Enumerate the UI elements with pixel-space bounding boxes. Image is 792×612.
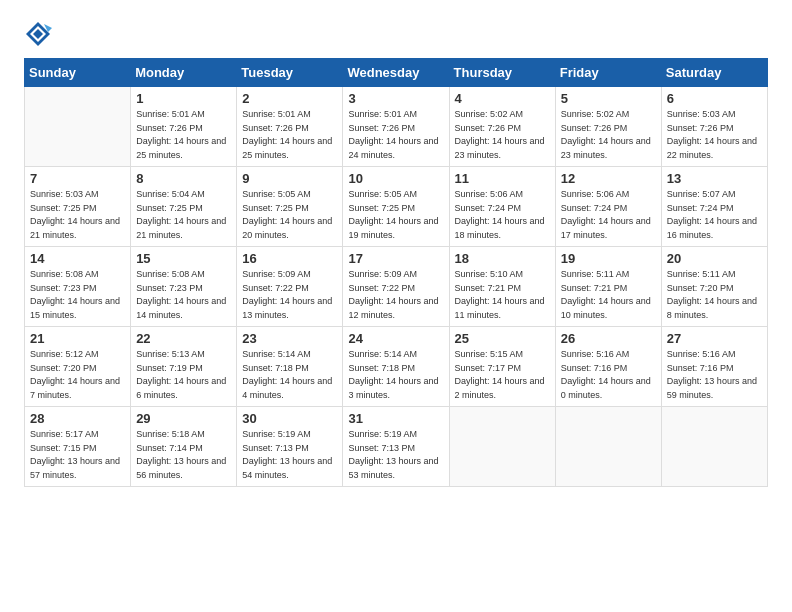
calendar-cell	[25, 87, 131, 167]
calendar-cell: 25Sunrise: 5:15 AMSunset: 7:17 PMDayligh…	[449, 327, 555, 407]
day-info: Sunrise: 5:05 AMSunset: 7:25 PMDaylight:…	[348, 188, 443, 242]
calendar-cell: 4Sunrise: 5:02 AMSunset: 7:26 PMDaylight…	[449, 87, 555, 167]
day-info: Sunrise: 5:04 AMSunset: 7:25 PMDaylight:…	[136, 188, 231, 242]
day-number: 8	[136, 171, 231, 186]
calendar-cell: 15Sunrise: 5:08 AMSunset: 7:23 PMDayligh…	[131, 247, 237, 327]
calendar-cell: 6Sunrise: 5:03 AMSunset: 7:26 PMDaylight…	[661, 87, 767, 167]
calendar-cell: 24Sunrise: 5:14 AMSunset: 7:18 PMDayligh…	[343, 327, 449, 407]
calendar-cell	[555, 407, 661, 487]
calendar-cell: 12Sunrise: 5:06 AMSunset: 7:24 PMDayligh…	[555, 167, 661, 247]
day-info: Sunrise: 5:18 AMSunset: 7:14 PMDaylight:…	[136, 428, 231, 482]
day-info: Sunrise: 5:01 AMSunset: 7:26 PMDaylight:…	[242, 108, 337, 162]
calendar-cell: 1Sunrise: 5:01 AMSunset: 7:26 PMDaylight…	[131, 87, 237, 167]
day-info: Sunrise: 5:13 AMSunset: 7:19 PMDaylight:…	[136, 348, 231, 402]
calendar-cell: 21Sunrise: 5:12 AMSunset: 7:20 PMDayligh…	[25, 327, 131, 407]
day-info: Sunrise: 5:09 AMSunset: 7:22 PMDaylight:…	[348, 268, 443, 322]
day-number: 25	[455, 331, 550, 346]
calendar-cell: 10Sunrise: 5:05 AMSunset: 7:25 PMDayligh…	[343, 167, 449, 247]
calendar-cell: 2Sunrise: 5:01 AMSunset: 7:26 PMDaylight…	[237, 87, 343, 167]
page: SundayMondayTuesdayWednesdayThursdayFrid…	[0, 0, 792, 503]
day-number: 30	[242, 411, 337, 426]
day-number: 20	[667, 251, 762, 266]
day-number: 3	[348, 91, 443, 106]
day-info: Sunrise: 5:19 AMSunset: 7:13 PMDaylight:…	[348, 428, 443, 482]
day-info: Sunrise: 5:06 AMSunset: 7:24 PMDaylight:…	[561, 188, 656, 242]
calendar-cell	[449, 407, 555, 487]
day-number: 31	[348, 411, 443, 426]
calendar-cell: 5Sunrise: 5:02 AMSunset: 7:26 PMDaylight…	[555, 87, 661, 167]
day-number: 21	[30, 331, 125, 346]
day-number: 7	[30, 171, 125, 186]
day-info: Sunrise: 5:01 AMSunset: 7:26 PMDaylight:…	[348, 108, 443, 162]
day-number: 29	[136, 411, 231, 426]
day-info: Sunrise: 5:05 AMSunset: 7:25 PMDaylight:…	[242, 188, 337, 242]
calendar-cell: 26Sunrise: 5:16 AMSunset: 7:16 PMDayligh…	[555, 327, 661, 407]
day-header-thursday: Thursday	[449, 59, 555, 87]
day-info: Sunrise: 5:07 AMSunset: 7:24 PMDaylight:…	[667, 188, 762, 242]
day-info: Sunrise: 5:10 AMSunset: 7:21 PMDaylight:…	[455, 268, 550, 322]
day-info: Sunrise: 5:08 AMSunset: 7:23 PMDaylight:…	[30, 268, 125, 322]
day-number: 5	[561, 91, 656, 106]
day-info: Sunrise: 5:16 AMSunset: 7:16 PMDaylight:…	[667, 348, 762, 402]
day-header-saturday: Saturday	[661, 59, 767, 87]
day-info: Sunrise: 5:01 AMSunset: 7:26 PMDaylight:…	[136, 108, 231, 162]
day-info: Sunrise: 5:14 AMSunset: 7:18 PMDaylight:…	[348, 348, 443, 402]
day-info: Sunrise: 5:03 AMSunset: 7:26 PMDaylight:…	[667, 108, 762, 162]
day-info: Sunrise: 5:06 AMSunset: 7:24 PMDaylight:…	[455, 188, 550, 242]
day-info: Sunrise: 5:11 AMSunset: 7:20 PMDaylight:…	[667, 268, 762, 322]
header	[24, 20, 768, 48]
calendar-cell: 14Sunrise: 5:08 AMSunset: 7:23 PMDayligh…	[25, 247, 131, 327]
calendar-row-1: 7Sunrise: 5:03 AMSunset: 7:25 PMDaylight…	[25, 167, 768, 247]
calendar-cell: 23Sunrise: 5:14 AMSunset: 7:18 PMDayligh…	[237, 327, 343, 407]
day-number: 28	[30, 411, 125, 426]
day-number: 13	[667, 171, 762, 186]
day-info: Sunrise: 5:17 AMSunset: 7:15 PMDaylight:…	[30, 428, 125, 482]
day-number: 11	[455, 171, 550, 186]
day-number: 18	[455, 251, 550, 266]
calendar-cell: 11Sunrise: 5:06 AMSunset: 7:24 PMDayligh…	[449, 167, 555, 247]
day-number: 16	[242, 251, 337, 266]
day-info: Sunrise: 5:08 AMSunset: 7:23 PMDaylight:…	[136, 268, 231, 322]
day-header-wednesday: Wednesday	[343, 59, 449, 87]
day-number: 1	[136, 91, 231, 106]
day-number: 12	[561, 171, 656, 186]
day-header-tuesday: Tuesday	[237, 59, 343, 87]
calendar-row-4: 28Sunrise: 5:17 AMSunset: 7:15 PMDayligh…	[25, 407, 768, 487]
calendar-table: SundayMondayTuesdayWednesdayThursdayFrid…	[24, 58, 768, 487]
day-info: Sunrise: 5:11 AMSunset: 7:21 PMDaylight:…	[561, 268, 656, 322]
day-info: Sunrise: 5:03 AMSunset: 7:25 PMDaylight:…	[30, 188, 125, 242]
day-number: 4	[455, 91, 550, 106]
calendar-cell: 18Sunrise: 5:10 AMSunset: 7:21 PMDayligh…	[449, 247, 555, 327]
calendar-header-row: SundayMondayTuesdayWednesdayThursdayFrid…	[25, 59, 768, 87]
day-info: Sunrise: 5:02 AMSunset: 7:26 PMDaylight:…	[561, 108, 656, 162]
calendar-cell: 8Sunrise: 5:04 AMSunset: 7:25 PMDaylight…	[131, 167, 237, 247]
day-number: 6	[667, 91, 762, 106]
calendar-cell: 7Sunrise: 5:03 AMSunset: 7:25 PMDaylight…	[25, 167, 131, 247]
day-info: Sunrise: 5:16 AMSunset: 7:16 PMDaylight:…	[561, 348, 656, 402]
day-info: Sunrise: 5:09 AMSunset: 7:22 PMDaylight:…	[242, 268, 337, 322]
calendar-cell: 16Sunrise: 5:09 AMSunset: 7:22 PMDayligh…	[237, 247, 343, 327]
day-header-monday: Monday	[131, 59, 237, 87]
logo-icon	[24, 20, 52, 48]
calendar-row-2: 14Sunrise: 5:08 AMSunset: 7:23 PMDayligh…	[25, 247, 768, 327]
day-info: Sunrise: 5:15 AMSunset: 7:17 PMDaylight:…	[455, 348, 550, 402]
calendar-cell: 30Sunrise: 5:19 AMSunset: 7:13 PMDayligh…	[237, 407, 343, 487]
calendar-cell: 13Sunrise: 5:07 AMSunset: 7:24 PMDayligh…	[661, 167, 767, 247]
day-number: 26	[561, 331, 656, 346]
day-number: 27	[667, 331, 762, 346]
calendar-cell: 19Sunrise: 5:11 AMSunset: 7:21 PMDayligh…	[555, 247, 661, 327]
day-info: Sunrise: 5:12 AMSunset: 7:20 PMDaylight:…	[30, 348, 125, 402]
calendar-cell: 9Sunrise: 5:05 AMSunset: 7:25 PMDaylight…	[237, 167, 343, 247]
calendar-cell: 28Sunrise: 5:17 AMSunset: 7:15 PMDayligh…	[25, 407, 131, 487]
day-info: Sunrise: 5:14 AMSunset: 7:18 PMDaylight:…	[242, 348, 337, 402]
day-number: 10	[348, 171, 443, 186]
day-number: 2	[242, 91, 337, 106]
day-number: 23	[242, 331, 337, 346]
day-number: 17	[348, 251, 443, 266]
calendar-row-0: 1Sunrise: 5:01 AMSunset: 7:26 PMDaylight…	[25, 87, 768, 167]
day-number: 24	[348, 331, 443, 346]
day-number: 19	[561, 251, 656, 266]
day-number: 14	[30, 251, 125, 266]
calendar-cell	[661, 407, 767, 487]
day-info: Sunrise: 5:02 AMSunset: 7:26 PMDaylight:…	[455, 108, 550, 162]
